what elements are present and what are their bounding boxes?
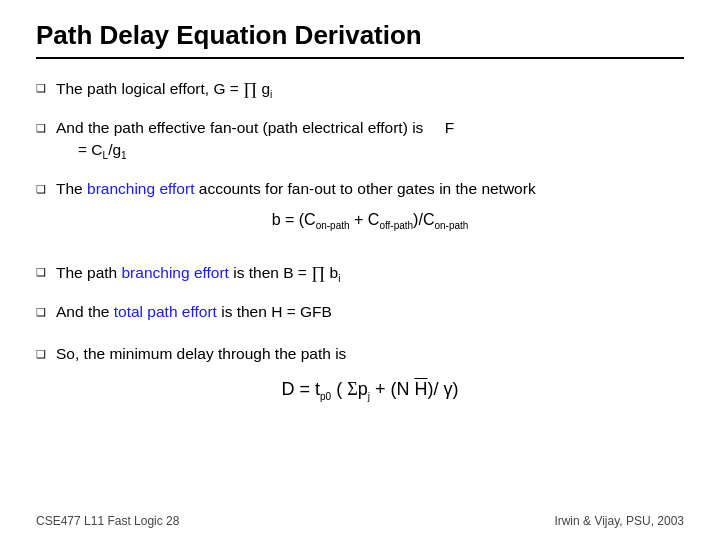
bullet-content: And the path effective fan-out (path ele… <box>56 117 684 164</box>
bullet-content: The branching effort accounts for fan-ou… <box>56 178 684 248</box>
list-item: ❑ The path logical effort, G = ∏ gi <box>36 77 684 103</box>
list-item: ❑ The path branching effort is then B = … <box>36 261 684 287</box>
bullet-content: The path branching effort is then B = ∏ … <box>56 261 684 287</box>
bullet-dot: ❑ <box>36 305 46 321</box>
pi-symbol: ∏ <box>311 263 325 282</box>
sub-j: j <box>368 390 370 401</box>
highlight-text: branching effort <box>122 264 229 281</box>
sub-on-path2: on-path <box>434 220 468 231</box>
list-item: ❑ And the total path effort is then H = … <box>36 301 684 323</box>
subscript: L <box>103 150 109 161</box>
large-formula: D = tp0 ( Σpj + (N H)/ γ) <box>56 376 684 404</box>
bullet-dot: ❑ <box>36 265 46 281</box>
formula: b = (Con-path + Coff-path)/Con-path <box>56 208 684 233</box>
slide-title: Path Delay Equation Derivation <box>36 20 684 59</box>
footer: CSE477 L11 Fast Logic 28 Irwin & Vijay, … <box>36 514 684 528</box>
sub-indent: = CL/g1 <box>78 141 127 158</box>
highlight-text: branching effort <box>87 180 194 197</box>
bullet-content: The path logical effort, G = ∏ gi <box>56 77 684 103</box>
subscript: 1 <box>121 150 127 161</box>
bullet-list: ❑ The path logical effort, G = ∏ gi ❑ An… <box>36 77 684 418</box>
list-item: ❑ So, the minimum delay through the path… <box>36 343 684 418</box>
sub-p0: p0 <box>320 390 331 401</box>
bullet-content: So, the minimum delay through the path i… <box>56 343 684 418</box>
list-item: ❑ The branching effort accounts for fan-… <box>36 178 684 248</box>
slide: Path Delay Equation Derivation ❑ The pat… <box>0 0 720 540</box>
bullet-dot: ❑ <box>36 121 46 137</box>
list-item: ❑ And the path effective fan-out (path e… <box>36 117 684 164</box>
sub-off-path: off-path <box>379 220 413 231</box>
subscript-i: i <box>270 89 272 100</box>
pi-symbol: ∏ <box>243 79 257 98</box>
subscript-i: i <box>338 273 340 284</box>
footer-right: Irwin & Vijay, PSU, 2003 <box>554 514 684 528</box>
sub-on-path: on-path <box>316 220 350 231</box>
footer-left: CSE477 L11 Fast Logic 28 <box>36 514 179 528</box>
bullet-dot: ❑ <box>36 347 46 363</box>
highlight-text: total path effort <box>114 303 217 320</box>
bullet-dot: ❑ <box>36 182 46 198</box>
bullet-content: And the total path effort is then H = GF… <box>56 301 684 323</box>
overline-h: H <box>414 379 427 399</box>
sigma-symbol: Σ <box>347 379 357 399</box>
bullet-dot: ❑ <box>36 81 46 97</box>
